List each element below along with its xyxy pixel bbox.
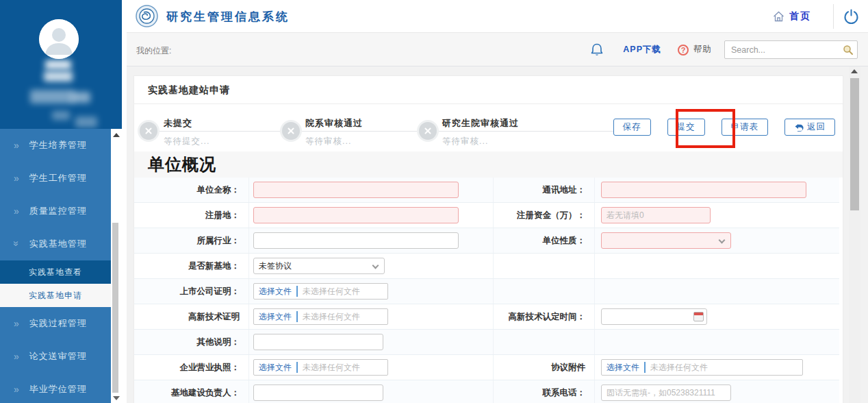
is-new-base-select[interactable]: 未签协议 <box>253 258 385 274</box>
workflow-step-dept-approved: 院系审核通过 等待审核... <box>305 117 363 147</box>
no-file-text: 未选择任何文件 <box>646 362 713 374</box>
choose-file-button[interactable]: 选择文件 <box>254 311 296 323</box>
form-row: 基地建设负责人： 联系电话： <box>134 380 839 403</box>
scroll-up-arrow-icon[interactable] <box>113 133 120 137</box>
workflow-step-not-submitted: 未提交 等待提交... <box>164 117 209 147</box>
sidebar-item-practice-process[interactable]: » 实践过程管理 <box>0 307 111 340</box>
form-row: 其他说明： <box>134 330 839 355</box>
header: 研究生管理信息系统 首页 <box>127 0 868 33</box>
unit-overview-form: 单位全称： 通讯地址： 注册地： 注册资金（万）： 所属行业： 单位性质： <box>134 178 839 403</box>
sidebar-item-label: 质量监控管理 <box>29 205 87 217</box>
sidebar-subitem-practice-base-view[interactable]: 实践基地查看 <box>0 260 111 284</box>
workflow-step-gradschool-approved: 研究生院审核通过 等待审核... <box>442 117 519 147</box>
field-label: 联系电话： <box>543 387 586 399</box>
choose-file-button[interactable]: 选择文件 <box>254 286 296 297</box>
app-download-link[interactable]: APP下载 <box>623 44 661 56</box>
scroll-up-arrow-icon[interactable] <box>851 69 858 73</box>
sidebar-item-label: 论文送审管理 <box>29 350 87 363</box>
sidebar-subitem-label: 实践基地查看 <box>29 267 82 278</box>
listed-company-proof-file-input[interactable]: 选择文件 未选择任何文件 <box>253 283 388 300</box>
hightech-date-input[interactable] <box>601 308 707 325</box>
form-row: 企业营业执照： 选择文件 未选择任何文件 协议附件 选择文件 未选择任何文件 <box>134 355 839 380</box>
unit-nature-select[interactable] <box>601 232 731 249</box>
sidebar-item-thesis-review[interactable]: » 论文送审管理 <box>0 340 111 373</box>
registered-place-input[interactable] <box>253 207 459 223</box>
field-label: 注册地： <box>205 210 240 221</box>
search-box <box>724 40 858 59</box>
form-row: 所属行业： 单位性质： <box>134 228 839 254</box>
step-status-x-icon <box>419 122 437 140</box>
contact-phone-input[interactable] <box>601 384 731 401</box>
sidebar-item-student-affairs[interactable]: » 学生工作管理 <box>0 162 111 195</box>
person-icon <box>39 19 79 59</box>
field-label: 通讯地址： <box>543 184 586 196</box>
no-file-text: 未选择任何文件 <box>298 311 365 323</box>
hightech-proof-file-input[interactable]: 选择文件 未选择任何文件 <box>253 308 388 325</box>
chevron-down-icon <box>719 237 726 244</box>
business-license-file-input[interactable]: 选择文件 未选择任何文件 <box>253 359 388 376</box>
sidebar-item-graduation-degree[interactable]: » 毕业学位管理 <box>0 373 111 403</box>
application-form-button[interactable]: 申请表 <box>722 119 769 136</box>
help-icon: ? <box>678 45 689 56</box>
help-link[interactable]: ? 帮助 <box>678 44 712 56</box>
workflow-line <box>146 131 622 132</box>
sidebar: » 学生培养管理 » 学生工作管理 » 质量监控管理 » 实践基地管理 实践基地… <box>0 0 127 403</box>
section-header: 单位概况 <box>134 151 843 178</box>
no-file-text: 未选择任何文件 <box>298 362 365 374</box>
choose-file-button[interactable]: 选择文件 <box>254 362 296 374</box>
main-scrollbar-thumb[interactable] <box>850 78 859 210</box>
field-label: 企业营业执照： <box>180 362 240 374</box>
section-title: 单位概况 <box>148 154 216 175</box>
back-button[interactable]: 返回 <box>784 119 835 136</box>
mailing-address-input[interactable] <box>601 182 806 198</box>
step-status-x-icon <box>282 122 300 140</box>
sidebar-item-student-training[interactable]: » 学生培养管理 <box>0 129 111 162</box>
search-input[interactable] <box>725 41 857 58</box>
registered-capital-input[interactable] <box>601 207 711 223</box>
save-button[interactable]: 保存 <box>613 119 651 136</box>
application-form-label: 申请表 <box>731 121 759 133</box>
other-notes-input[interactable] <box>253 334 383 350</box>
field-label: 上市公司证明： <box>180 286 240 297</box>
sidebar-item-quality-monitor[interactable]: » 质量监控管理 <box>0 195 111 228</box>
notifications-button[interactable] <box>590 42 604 57</box>
form-row: 是否新基地： 未签协议 <box>134 254 839 279</box>
step-title: 未提交 <box>164 117 209 130</box>
power-icon <box>843 9 859 25</box>
university-logo-icon <box>136 5 158 27</box>
avatar <box>39 19 79 59</box>
back-arrow-icon <box>794 123 804 132</box>
redacted-username <box>44 71 73 82</box>
search-icon[interactable] <box>843 45 854 56</box>
calendar-icon[interactable] <box>693 312 704 321</box>
sidebar-item-label: 毕业学位管理 <box>29 383 87 395</box>
choose-file-button[interactable]: 选择文件 <box>602 362 644 374</box>
company-name-input[interactable] <box>253 182 459 198</box>
card-title: 实践基地建站申请 <box>148 84 230 97</box>
divider <box>134 103 843 104</box>
field-label: 高新技术认定时间： <box>509 311 586 323</box>
sidebar-item-practice-base[interactable]: » 实践基地管理 <box>0 228 111 260</box>
chevron-down-icon: » <box>11 241 22 247</box>
profile-panel <box>0 0 122 129</box>
field-label: 协议附件 <box>551 362 585 374</box>
base-leader-input[interactable] <box>253 384 383 401</box>
select-value: 未签协议 <box>259 260 292 272</box>
logout-power-button[interactable] <box>834 9 868 25</box>
sidebar-scrollbar <box>111 129 122 403</box>
back-label: 返回 <box>807 121 826 133</box>
agreement-attachment-file-input[interactable]: 选择文件 未选择任何文件 <box>601 359 803 376</box>
redacted-info <box>30 90 74 103</box>
scroll-down-arrow-icon[interactable] <box>113 396 120 400</box>
form-row: 上市公司证明： 选择文件 未选择任何文件 <box>134 279 839 304</box>
home-link[interactable]: 首页 <box>773 10 811 23</box>
sidebar-scrollbar-thumb[interactable] <box>112 223 118 393</box>
redacted-info <box>71 92 90 103</box>
page-title: 研究生管理信息系统 <box>166 9 290 25</box>
sidebar-subitem-practice-base-apply[interactable]: 实践基地申请 <box>0 284 111 307</box>
submit-button[interactable]: 提交 <box>667 119 705 136</box>
main-scrollbar <box>849 66 860 403</box>
step-title: 研究生院审核通过 <box>442 117 519 130</box>
industry-input[interactable] <box>253 232 459 249</box>
home-icon <box>773 11 784 22</box>
